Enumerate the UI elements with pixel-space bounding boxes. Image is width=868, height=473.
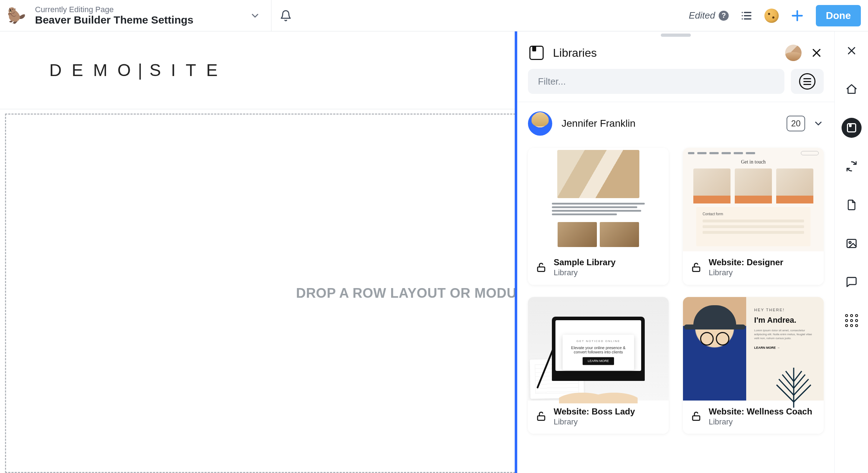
right-rail: [834, 31, 868, 473]
library-thumbnail: GET NOTICED ONLINE Elevate your online p…: [528, 297, 669, 401]
filter-options-button[interactable]: [791, 69, 824, 94]
owner-name: Jennifer Franklin: [562, 118, 635, 129]
library-card-subtitle: Library: [554, 417, 635, 427]
topbar-left: 🦫 Currently Editing Page Beaver Builder …: [4, 0, 271, 31]
library-card-subtitle: Library: [709, 268, 783, 278]
outline-button[interactable]: [740, 9, 753, 22]
hamburger-circle-icon: [799, 73, 815, 90]
libraries-icon: [529, 46, 544, 60]
thumb-eyebrow: GET NOTICED ONLINE: [567, 339, 630, 343]
close-panel-button[interactable]: [811, 47, 822, 59]
library-card-footer: Sample Library Library: [528, 251, 669, 285]
library-card-subtitle: Library: [709, 417, 812, 427]
site-title-left: DEMO: [49, 60, 141, 80]
add-content-button[interactable]: [790, 9, 804, 23]
libraries-icon: [847, 123, 856, 132]
library-card-subtitle: Library: [554, 268, 615, 278]
unlocked-icon: [691, 411, 702, 422]
collapse-owner-chevron[interactable]: [813, 118, 824, 129]
library-thumbnail: Get in touch Contact form: [683, 148, 824, 251]
edited-label: Edited: [689, 10, 715, 21]
svg-rect-10: [538, 267, 545, 272]
unlocked-icon: [691, 262, 702, 273]
panel-header: Libraries: [517, 37, 834, 67]
assistant-icon[interactable]: [764, 9, 779, 23]
rail-media-button[interactable]: [842, 233, 862, 253]
svg-rect-12: [538, 416, 545, 421]
thumb-eyebrow: HEY THERE!: [754, 308, 816, 312]
library-card-title: Website: Boss Lady: [554, 406, 635, 417]
library-card[interactable]: Sample Library Library: [528, 148, 669, 285]
library-card-title: Website: Wellness Coach: [709, 406, 812, 417]
topbar-right: Edited ? Done: [689, 5, 862, 26]
library-count-badge: 20: [787, 116, 805, 131]
library-card[interactable]: GET NOTICED ONLINE Elevate your online p…: [528, 297, 669, 434]
owner-avatar: [528, 111, 552, 136]
apps-grid-icon: [845, 314, 858, 327]
page-switcher-chevron[interactable]: [250, 10, 260, 21]
page-title-block[interactable]: Currently Editing Page Beaver Builder Th…: [35, 5, 193, 26]
libraries-panel: Libraries Jennifer Franklin 20: [515, 31, 834, 473]
thumb-cta: LEARN MORE: [583, 357, 614, 365]
rail-libraries-button[interactable]: [842, 118, 862, 138]
user-avatar[interactable]: [785, 45, 802, 61]
edited-status: Edited ?: [689, 10, 729, 21]
library-thumbnail: [528, 148, 669, 251]
rail-apps-button[interactable]: [842, 311, 862, 331]
library-card[interactable]: Get in touch Contact form Website: Desig…: [683, 148, 824, 285]
thumb-heading: Get in touch: [741, 159, 765, 165]
svg-rect-13: [693, 416, 700, 421]
rail-close-button[interactable]: [842, 41, 862, 61]
library-card-footer: Website: Wellness Coach Library: [683, 401, 824, 434]
svg-point-17: [849, 241, 851, 243]
thumb-cta: LEARN MORE →: [754, 346, 816, 349]
filter-input[interactable]: [528, 69, 784, 94]
filter-row: [517, 67, 834, 102]
unlocked-icon: [536, 411, 547, 422]
notifications-button[interactable]: [271, 10, 300, 22]
thumb-heading: I'm Andrea.: [754, 316, 816, 325]
library-thumbnail: HEY THERE! I'm Andrea. Lorem ipsum dolor…: [683, 297, 824, 401]
thumb-form-label: Contact form: [703, 212, 804, 216]
library-card-footer: Website: Boss Lady Library: [528, 401, 669, 434]
svg-rect-16: [847, 240, 856, 248]
rail-home-button[interactable]: [842, 79, 862, 99]
library-cards: Sample Library Library Get in touch Cont…: [517, 139, 834, 442]
editing-label: Currently Editing Page: [35, 5, 193, 14]
rail-content-button[interactable]: [842, 195, 862, 215]
library-card-footer: Website: Designer Library: [683, 251, 824, 285]
rail-comments-button[interactable]: [842, 272, 862, 292]
topbar: 🦫 Currently Editing Page Beaver Builder …: [0, 0, 868, 31]
beaver-builder-logo[interactable]: 🦫: [5, 4, 28, 27]
panel-drag-handle[interactable]: [661, 34, 691, 37]
site-title-right: SITE: [149, 60, 228, 80]
canvas: DEMO | SITE DROP A ROW LAYOUT OR MODULE …: [0, 31, 868, 473]
panel-title: Libraries: [553, 46, 597, 60]
help-icon[interactable]: ?: [719, 11, 729, 21]
library-card-title: Website: Designer: [709, 257, 783, 268]
library-card[interactable]: HEY THERE! I'm Andrea. Lorem ipsum dolor…: [683, 297, 824, 434]
svg-rect-11: [693, 267, 700, 272]
unlocked-icon: [536, 262, 547, 273]
thumb-line: Elevate your online presence & convert f…: [567, 346, 630, 354]
page-title: Beaver Builder Theme Settings: [35, 14, 193, 26]
owner-row[interactable]: Jennifer Franklin 20: [517, 102, 834, 139]
rail-sync-button[interactable]: [842, 156, 862, 176]
site-title: DEMO | SITE: [49, 60, 228, 80]
library-card-title: Sample Library: [554, 257, 615, 268]
done-button[interactable]: Done: [816, 5, 861, 26]
